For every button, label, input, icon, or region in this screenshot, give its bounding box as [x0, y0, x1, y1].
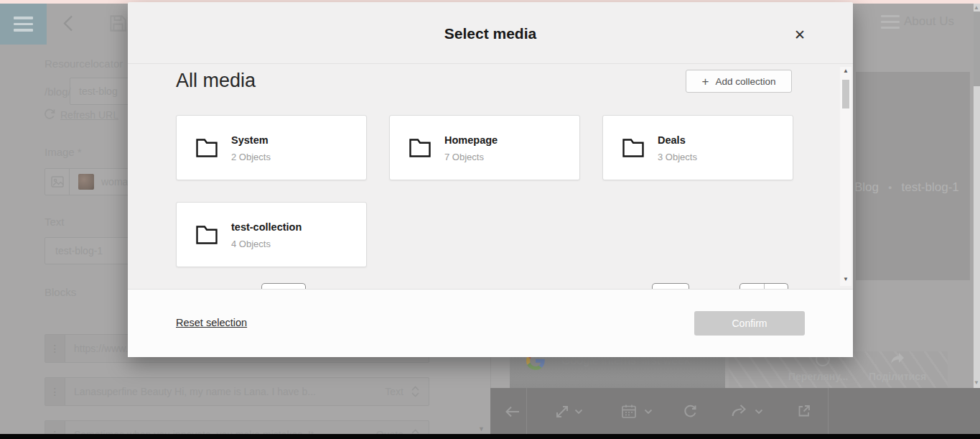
toolbar-calendar-icon[interactable] [621, 404, 637, 419]
dialog-header: Select media ✕ [128, 2, 853, 64]
chevron-down-icon[interactable] [574, 409, 583, 415]
share-button[interactable]: Поділитися [869, 371, 926, 382]
collection-card-deals[interactable]: Deals 3 Objects [602, 115, 793, 180]
breadcrumb-dot: ● [888, 184, 892, 191]
hero-image [856, 72, 970, 280]
toolbar-back-icon[interactable] [504, 405, 521, 419]
partial-button-pair [739, 283, 788, 289]
screen: About Us Resourcelocator /blog/ test-blo… [0, 0, 980, 439]
add-collection-button[interactable]: + Add collection [686, 70, 792, 93]
plus-icon: + [702, 75, 709, 88]
dialog-title: Select media [128, 25, 853, 42]
collection-name: test-collection [231, 221, 302, 233]
hamburger-icon [14, 17, 33, 32]
toolbar-divider [828, 388, 829, 434]
toolbar-forward-icon[interactable] [731, 404, 747, 418]
collection-name: System [231, 134, 269, 146]
toolbar-resize-icon[interactable] [555, 405, 569, 419]
dialog-scrollbar-thumb[interactable] [842, 80, 849, 108]
scroll-up-icon[interactable]: ▲ [843, 68, 849, 74]
resource-locator-label: Resourcelocator [45, 57, 123, 70]
back-arrow-icon[interactable] [63, 15, 74, 32]
image-field-label: Image * [45, 146, 82, 158]
dialog-footer: Reset selection Confirm [128, 289, 853, 357]
toolbar-external-link-icon[interactable] [797, 404, 811, 418]
scroll-down-icon[interactable]: ▼ [974, 379, 979, 386]
site-nav: About Us [881, 14, 954, 29]
partial-button [261, 283, 306, 289]
dialog-body: All media + Add collection System 2 Obje… [128, 64, 853, 289]
folder-icon [622, 138, 645, 158]
collection-name: Homepage [444, 134, 498, 146]
toolbar-divider [526, 388, 527, 434]
breadcrumb-page: test-blog-1 [901, 180, 958, 195]
refresh-icon [43, 108, 56, 121]
image-placeholder-icon [45, 169, 70, 195]
collection-count: 4 Objects [231, 239, 302, 249]
close-icon[interactable]: ✕ [788, 24, 811, 45]
collection-count: 7 Objects [444, 152, 498, 162]
bottom-black-bar [0, 434, 980, 439]
section-title: All media [176, 70, 256, 92]
breadcrumb-section[interactable]: Blog [854, 180, 879, 195]
pane-scroll-down-icon[interactable]: ▼ [478, 425, 485, 433]
scroll-up-icon[interactable]: ▲ [974, 4, 979, 11]
block-type-label: Text [385, 386, 403, 397]
drag-handle-icon[interactable]: ⋮ [45, 378, 65, 405]
collection-count: 2 Objects [231, 152, 271, 162]
site-menu-icon[interactable] [881, 15, 900, 29]
scroll-down-icon[interactable]: ▼ [843, 276, 849, 282]
collection-name: Deals [658, 134, 686, 146]
text-field-label: Text [45, 216, 65, 228]
blocks-label: Blocks [45, 286, 76, 298]
add-collection-label: Add collection [715, 76, 775, 87]
image-filename: woma [101, 176, 128, 188]
block-row-text[interactable]: ⋮ Lanasuperfine Beauty Hi, my name is La… [45, 377, 429, 406]
select-media-dialog: Select media ✕ All media + Add collectio… [128, 2, 853, 357]
sort-chevrons-icon[interactable] [411, 385, 420, 398]
url-prefix-label: /blog/ [45, 86, 71, 98]
refresh-url-link[interactable]: Refresh URL [60, 109, 118, 121]
collection-card-test-collection[interactable]: test-collection 4 Objects [176, 202, 367, 267]
save-icon[interactable] [108, 14, 128, 33]
reset-selection-link[interactable]: Reset selection [176, 317, 247, 328]
page-scrollbar-thumb[interactable] [974, 11, 980, 86]
folder-icon [195, 225, 218, 245]
collection-card-system[interactable]: System 2 Objects [176, 115, 367, 180]
chevron-down-icon[interactable] [644, 409, 653, 415]
app-menu-button[interactable] [0, 4, 47, 45]
toolbar-refresh-icon[interactable] [683, 404, 698, 419]
collection-count: 3 Objects [658, 152, 697, 162]
share-arrow-icon [889, 350, 906, 367]
watch-later-button[interactable]: Перегляну... [788, 371, 848, 382]
drag-handle-icon[interactable]: ⋮ [45, 335, 65, 362]
collection-card-homepage[interactable]: Homepage 7 Objects [389, 115, 580, 180]
breadcrumb: Blog ● test-blog-1 [854, 180, 959, 195]
folder-icon [195, 138, 218, 158]
block-text: Lanasuperfine Beauty Hi, my name is Lana… [65, 386, 385, 397]
partial-button [652, 283, 689, 289]
folder-icon [409, 138, 431, 158]
image-thumbnail [78, 174, 94, 190]
confirm-button[interactable]: Confirm [694, 311, 805, 336]
chevron-down-icon[interactable] [755, 409, 763, 415]
nav-about-link[interactable]: About Us [904, 14, 954, 29]
editor-toolbar [490, 388, 980, 434]
